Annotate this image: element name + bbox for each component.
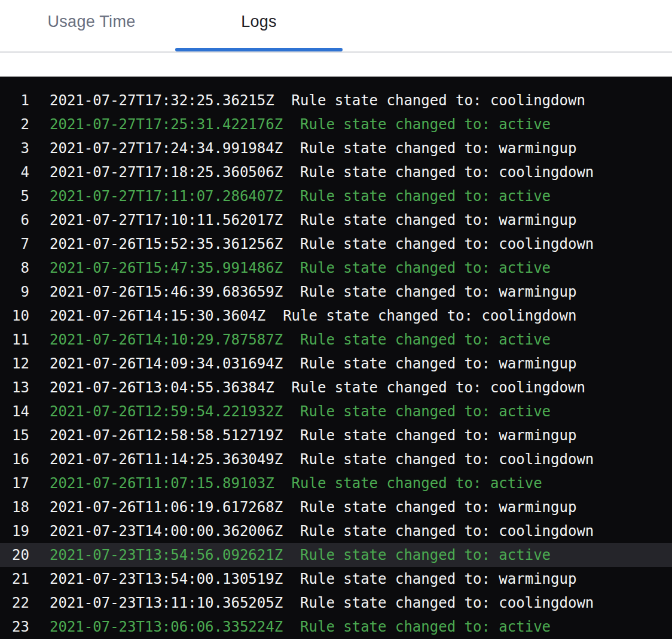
log-line[interactable]: 172021-07-26T11:07:15.89103Z Rule state … [0,471,672,495]
line-number: 6 [0,212,29,228]
line-number: 11 [0,331,29,348]
log-text: 2021-07-27T17:18:25.360506Z Rule state c… [50,164,594,181]
log-text: 2021-07-26T14:09:34.031694Z Rule state c… [50,355,576,372]
tab-logs[interactable]: Logs [175,0,343,51]
log-line[interactable]: 82021-07-26T15:47:35.991486Z Rule state … [0,256,672,280]
line-number: 22 [0,595,29,611]
active-tab-indicator [175,48,343,51]
log-line[interactable]: 12021-07-27T17:32:25.36215Z Rule state c… [0,89,672,112]
log-text: 2021-07-26T11:07:15.89103Z Rule state ch… [50,475,542,492]
line-number: 3 [0,140,29,157]
log-text: 2021-07-27T17:10:11.562017Z Rule state c… [50,212,576,228]
log-text: 2021-07-26T14:15:30.3604Z Rule state cha… [50,307,576,324]
log-line[interactable]: 72021-07-26T15:52:35.361256Z Rule state … [0,232,672,256]
log-line[interactable]: 62021-07-27T17:10:11.562017Z Rule state … [0,208,672,232]
line-number: 9 [0,284,29,300]
log-text: 2021-07-23T13:06:06.335224Z Rule state c… [50,618,551,635]
log-line[interactable]: 162021-07-26T11:14:25.363049Z Rule state… [0,447,672,471]
log-text: 2021-07-26T11:06:19.617268Z Rule state c… [50,499,576,516]
line-number: 13 [0,379,29,396]
line-number: 7 [0,236,29,252]
log-text: 2021-07-27T17:11:07.286407Z Rule state c… [50,188,551,205]
line-number: 5 [0,188,29,205]
log-line[interactable]: 222021-07-23T13:11:10.365205Z Rule state… [0,591,672,615]
log-line[interactable]: 22021-07-27T17:25:31.422176Z Rule state … [0,112,672,136]
log-line[interactable]: 92021-07-26T15:46:39.683659Z Rule state … [0,280,672,304]
tab-usage-time[interactable]: Usage Time [8,0,175,51]
line-number: 20 [0,547,29,563]
log-text: 2021-07-23T13:54:56.092621Z Rule state c… [50,547,551,563]
line-number: 4 [0,164,29,181]
log-line[interactable]: 182021-07-26T11:06:19.617268Z Rule state… [0,495,672,519]
line-number: 12 [0,355,29,372]
log-text: 2021-07-26T13:04:55.36384Z Rule state ch… [50,379,585,396]
log-line[interactable]: 212021-07-23T13:54:00.130519Z Rule state… [0,567,672,591]
line-number: 2 [0,116,29,133]
tab-usage-time-label: Usage Time [47,13,135,39]
line-number: 1 [0,92,29,109]
log-line[interactable]: 202021-07-23T13:54:56.092621Z Rule state… [0,543,672,567]
line-number: 19 [0,523,29,540]
line-number: 21 [0,571,29,587]
log-line[interactable]: 232021-07-23T13:06:06.335224Z Rule state… [0,615,672,639]
log-text: 2021-07-23T13:11:10.365205Z Rule state c… [50,595,594,611]
tabbar-content-gap [0,53,672,77]
log-text: 2021-07-27T17:24:34.991984Z Rule state c… [50,140,576,157]
log-text: 2021-07-26T12:58:58.512719Z Rule state c… [50,427,576,444]
log-line[interactable]: 102021-07-26T14:15:30.3604Z Rule state c… [0,304,672,328]
line-number: 18 [0,499,29,516]
line-number: 10 [0,307,29,324]
log-line[interactable]: 152021-07-26T12:58:58.512719Z Rule state… [0,423,672,447]
log-line[interactable]: 112021-07-26T14:10:29.787587Z Rule state… [0,328,672,352]
log-text: 2021-07-27T17:32:25.36215Z Rule state ch… [50,92,585,109]
log-text: 2021-07-26T12:59:54.221932Z Rule state c… [50,403,551,420]
log-text: 2021-07-23T13:54:00.130519Z Rule state c… [50,571,576,587]
log-text: 2021-07-26T15:47:35.991486Z Rule state c… [50,260,551,276]
line-number: 8 [0,260,29,276]
line-number: 17 [0,475,29,492]
log-text: 2021-07-26T14:10:29.787587Z Rule state c… [50,331,551,348]
log-line[interactable]: 122021-07-26T14:09:34.031694Z Rule state… [0,352,672,376]
log-line[interactable]: 142021-07-26T12:59:54.221932Z Rule state… [0,400,672,423]
line-number: 14 [0,403,29,420]
line-number: 15 [0,427,29,444]
log-text: 2021-07-26T11:14:25.363049Z Rule state c… [50,451,594,468]
line-number: 16 [0,451,29,468]
log-text: 2021-07-23T14:00:00.362006Z Rule state c… [50,523,594,540]
log-text: 2021-07-26T15:52:35.361256Z Rule state c… [50,236,594,252]
line-number: 23 [0,618,29,635]
log-line[interactable]: 32021-07-27T17:24:34.991984Z Rule state … [0,136,672,160]
log-line[interactable]: 192021-07-23T14:00:00.362006Z Rule state… [0,519,672,543]
log-text: 2021-07-27T17:25:31.422176Z Rule state c… [50,116,551,133]
log-line[interactable]: 132021-07-26T13:04:55.36384Z Rule state … [0,376,672,400]
log-line[interactable]: 42021-07-27T17:18:25.360506Z Rule state … [0,160,672,184]
tab-logs-label: Logs [241,13,277,39]
log-viewer: 12021-07-27T17:32:25.36215Z Rule state c… [0,77,672,639]
tab-bar: Usage Time Logs [0,0,672,53]
log-text: 2021-07-26T15:46:39.683659Z Rule state c… [50,284,576,300]
log-line[interactable]: 52021-07-27T17:11:07.286407Z Rule state … [0,184,672,208]
